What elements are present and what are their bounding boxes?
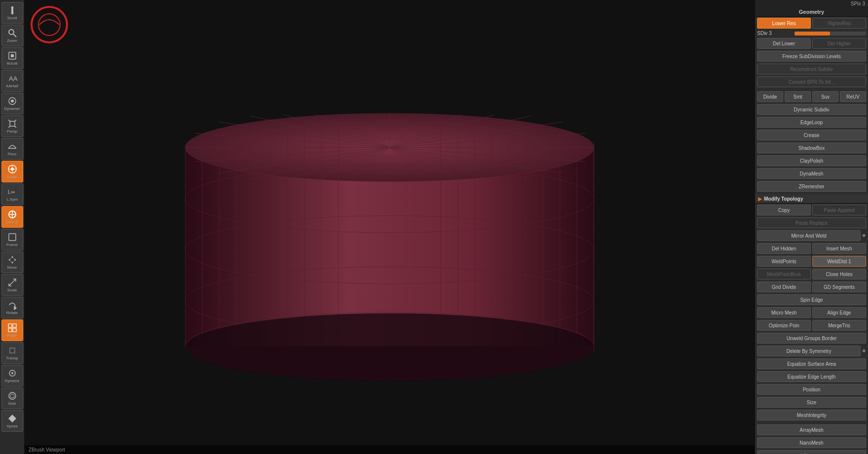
position-btn[interactable]: Position xyxy=(757,384,866,395)
mesh-from-brus-btn[interactable]: MeshFromBrus xyxy=(757,269,811,279)
micro-mesh-row: Micro Mesh Align Edge xyxy=(755,306,868,319)
unweld-groups-btn[interactable]: Unweld Groups Border xyxy=(757,333,866,344)
del-higher-btn[interactable]: Del Higher xyxy=(812,38,866,49)
edgeloop-btn[interactable]: EdgeLoop xyxy=(757,117,866,128)
svg-rect-10 xyxy=(10,121,15,126)
viewport-bottom-bar: ZBrush Viewport xyxy=(25,445,755,454)
convert-bpr-row: Convert BPR To Inf... xyxy=(755,75,868,88)
zremesher-btn[interactable]: ZRemesher xyxy=(757,181,866,192)
dynamer-btn[interactable]: Dynamer xyxy=(1,93,23,114)
sdiv-bar xyxy=(795,32,866,35)
smt-btn[interactable]: Smt xyxy=(785,91,811,102)
align-edge-btn[interactable]: Align Edge xyxy=(812,307,866,318)
claypolish-row: ClayPolish xyxy=(755,154,868,167)
svg-line-12 xyxy=(15,120,16,121)
aahalf-btn[interactable]: AA AAHalf xyxy=(1,70,23,92)
nanomesh-row: NanoMesh xyxy=(755,436,868,449)
svg-line-16 xyxy=(8,145,11,148)
reuv-btn[interactable]: ReUV xyxy=(840,91,866,102)
paste-append-btn[interactable]: Paste Append xyxy=(812,205,866,215)
dynamesh-row: DynaMesh xyxy=(755,167,868,180)
oxyz-btn[interactable]: OXY Z xyxy=(1,206,23,228)
local-btn[interactable]: Local xyxy=(1,161,23,182)
mirror-weld-btn[interactable]: Mirror And Weld xyxy=(757,230,861,241)
convert-bpr-btn[interactable]: Convert BPR To Inf... xyxy=(757,76,866,87)
svg-marker-28 xyxy=(11,256,14,264)
scroll-btn[interactable]: Scroll xyxy=(1,2,23,24)
viewport[interactable]: ZBrush Viewport xyxy=(25,0,755,454)
layers-row: Layers xyxy=(755,449,868,454)
rotate-btn[interactable]: Rotate xyxy=(1,297,23,318)
dynams-btn[interactable]: Dynams xyxy=(1,365,23,386)
solo-btn[interactable]: Solo xyxy=(1,387,23,409)
svg-rect-37 xyxy=(13,324,16,327)
svg-marker-35 xyxy=(14,307,16,310)
size-btn[interactable]: Size xyxy=(757,397,866,408)
del-hidden-btn[interactable]: Del Hidden xyxy=(757,243,811,254)
move-btn[interactable]: Move xyxy=(1,251,23,273)
svg-marker-45 xyxy=(8,415,16,422)
gd-segments-btn[interactable]: GD Segments xyxy=(812,281,866,292)
micro-mesh-btn[interactable]: Micro Mesh xyxy=(757,307,811,318)
shadowbox-btn[interactable]: ShadowBox xyxy=(757,142,866,153)
crease-btn[interactable]: Crease xyxy=(757,130,866,140)
zremesher-row: ZRemesher xyxy=(755,180,868,193)
arraymesh-btn[interactable]: ArrayMesh xyxy=(757,424,866,435)
freeze-subdiv-btn[interactable]: Freeze SubDivision Levels xyxy=(757,51,866,62)
layers-btn[interactable]: Layers xyxy=(757,450,866,454)
spin-edge-btn[interactable]: Spin Edge xyxy=(757,294,866,305)
svg-point-114 xyxy=(185,313,594,381)
claypolish-btn[interactable]: ClayPolish xyxy=(757,155,866,166)
frame-btn[interactable]: Frame xyxy=(1,229,23,250)
paste-replace-btn[interactable]: Paste Replace xyxy=(757,217,866,228)
3d-cylinder xyxy=(25,0,755,454)
insert-mesh-btn[interactable]: Insert Mesh xyxy=(812,243,866,254)
grid-divide-btn[interactable]: Grid Divide xyxy=(757,281,811,292)
suv-btn[interactable]: Suv xyxy=(812,91,838,102)
spix-label: SPix 3 xyxy=(755,0,868,7)
equalize-edge-btn[interactable]: Equalize Edge Length xyxy=(757,371,866,382)
svg-rect-27 xyxy=(9,234,16,241)
right-panel: SPix 3 Geometry Lower Res HigherRes SDiv… xyxy=(755,0,868,454)
zoom-btn[interactable]: Zoom xyxy=(1,25,23,46)
svg-point-44 xyxy=(10,394,14,398)
svg-rect-38 xyxy=(8,328,12,332)
higher-res-btn[interactable]: HigherRes xyxy=(812,18,866,29)
del-row: Del Lower Del Higher xyxy=(755,37,868,50)
xpose-btn[interactable]: Xpose xyxy=(1,410,23,432)
actual-btn[interactable]: Actual xyxy=(1,47,23,69)
svg-rect-40 xyxy=(10,348,15,353)
svg-line-14 xyxy=(8,126,10,128)
merge-tris-btn[interactable]: MergeTris xyxy=(812,320,866,331)
weld-points-btn[interactable]: WeldPoints xyxy=(757,256,811,267)
dynamesh-btn[interactable]: DynaMesh xyxy=(757,168,866,179)
lsym-btn[interactable]: L⇔ L.Sym xyxy=(1,183,23,205)
copy-btn[interactable]: Copy xyxy=(757,205,811,215)
delete-sym-row: Delete By Symmetry ✱ xyxy=(755,345,868,357)
optimize-poin-btn[interactable]: Optimize Poin xyxy=(757,320,811,331)
freeze-subdiv-row: Freeze SubDivision Levels xyxy=(755,50,868,63)
lower-res-btn[interactable]: Lower Res xyxy=(757,18,811,29)
transp-btn[interactable]: Transp xyxy=(1,342,23,364)
close-holes-btn[interactable]: Close Holes xyxy=(812,269,866,279)
mesh-integrity-btn[interactable]: MeshIntegrity xyxy=(757,410,866,420)
dynamic-subdiv-row: Dynamic Subdiv xyxy=(755,103,868,116)
polyf-btn[interactable]: PolyF xyxy=(1,319,23,341)
reconstruct-subdiv-btn[interactable]: Reconstruct Subdiv xyxy=(757,64,866,74)
equalize-surface-btn[interactable]: Equalize Surface Area xyxy=(757,358,866,369)
geometry-title: Geometry xyxy=(755,7,868,17)
svg-line-11 xyxy=(8,120,10,121)
nanomesh-btn[interactable]: NanoMesh xyxy=(757,437,866,448)
modify-topology-header[interactable]: ▶ Modify Topology xyxy=(755,195,868,204)
dynamic-subdiv-btn[interactable]: Dynamic Subdiv xyxy=(757,104,866,115)
persp-btn[interactable]: Persp xyxy=(1,115,23,137)
floor-btn[interactable]: Floor xyxy=(1,138,23,160)
svg-marker-1 xyxy=(11,6,14,8)
del-lower-btn[interactable]: Del Lower xyxy=(757,38,811,49)
delete-sym-btn[interactable]: Delete By Symmetry xyxy=(757,346,861,356)
scale-btn[interactable]: Scale xyxy=(1,274,23,296)
divide-btn[interactable]: Divide xyxy=(757,91,783,102)
weld-dist-btn[interactable]: WeldDist 1 xyxy=(812,256,866,267)
svg-rect-36 xyxy=(8,324,12,327)
sdiv-label: SDiv 3 xyxy=(757,31,793,36)
